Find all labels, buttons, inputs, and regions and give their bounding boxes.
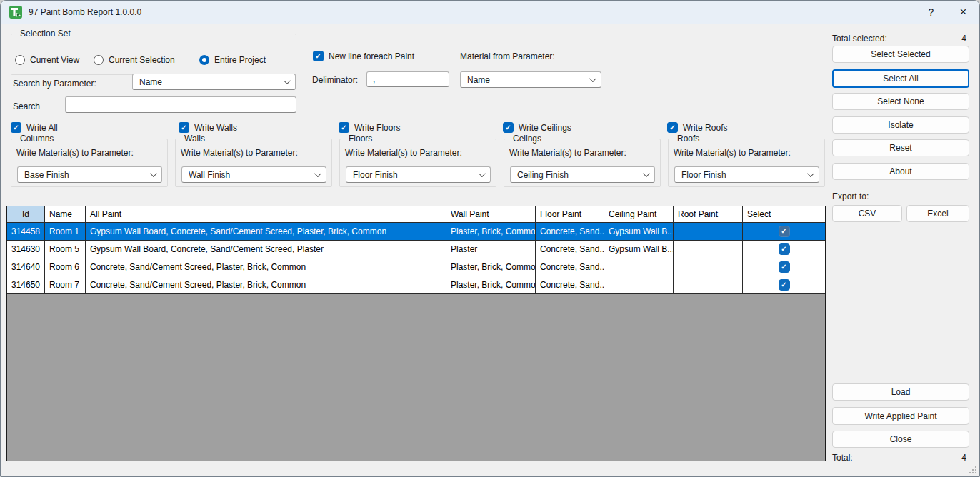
cell-all-paint: Gypsum Wall Board, Concrete, Sand/Cement… <box>86 223 446 240</box>
checkbox-label: Write Ceilings <box>519 123 571 133</box>
cell-ceiling-paint: Gypsum Wall B... <box>604 241 674 258</box>
table-row[interactable]: 314640 Room 6 Concrete, Sand/Cement Scre… <box>7 258 825 276</box>
write-applied-paint-button[interactable]: Write Applied Paint <box>832 407 969 425</box>
write-floors-checkbox[interactable]: Write Floors <box>339 122 400 133</box>
cell-roof-paint <box>674 223 743 240</box>
help-button[interactable]: ? <box>915 1 947 24</box>
selected-value: Floor Finish <box>353 170 398 180</box>
cell-roof-paint <box>674 241 743 258</box>
column-header-all-paint[interactable]: All Paint <box>86 206 446 222</box>
radio-current-view[interactable]: Current View <box>15 55 79 65</box>
selected-value: Base Finish <box>24 170 69 180</box>
walls-parameter-select[interactable]: Wall Finish <box>181 166 326 183</box>
about-button[interactable]: About <box>832 163 969 180</box>
ceilings-group: Celings Write Material(s) to Parameter: … <box>504 139 661 187</box>
deliminator-input[interactable] <box>366 71 449 87</box>
write-roofs-checkbox[interactable]: Write Roofs <box>667 122 727 133</box>
cell-all-paint: Gypsum Wall Board, Concrete, Sand/Cement… <box>86 241 446 258</box>
reset-button[interactable]: Reset <box>832 139 969 156</box>
cell-floor-paint: Concrete, Sand... <box>536 241 604 258</box>
write-ceilings-checkbox[interactable]: Write Ceilings <box>503 122 571 133</box>
paint-bomb-report-window: 97 Paint Bomb Report 1.0.0.0 ? × Selecti… <box>0 0 980 477</box>
group-title: Walls <box>181 134 208 144</box>
radio-current-selection[interactable]: Current Selection <box>94 55 175 65</box>
window-title: 97 Paint Bomb Report 1.0.0.0 <box>29 7 141 17</box>
radio-label: Entire Project <box>214 55 266 65</box>
select-none-button[interactable]: Select None <box>832 93 969 110</box>
newline-foreach-paint-checkbox[interactable]: New line foreach Paint <box>313 51 414 61</box>
columns-group: Columns Write Material(s) to Parameter: … <box>11 139 168 187</box>
cell-floor-paint: Concrete, Sand... <box>536 258 604 276</box>
write-walls-checkbox[interactable]: Write Walls <box>179 122 237 133</box>
group-title: Columns <box>17 134 56 144</box>
write-materials-label: Write Material(s) to Parameter: <box>509 148 626 158</box>
row-select-checkbox[interactable] <box>779 226 790 237</box>
cell-name: Room 6 <box>45 258 86 276</box>
search-parameter-select[interactable]: Name <box>132 74 296 90</box>
roofs-parameter-select[interactable]: Floor Finish <box>674 166 819 183</box>
radio-icon <box>15 55 25 65</box>
checkbox-icon <box>11 122 21 133</box>
checkbox-label: New line foreach Paint <box>329 51 414 61</box>
chevron-down-icon <box>807 170 814 177</box>
columns-parameter-select[interactable]: Base Finish <box>17 166 162 183</box>
export-csv-button[interactable]: CSV <box>832 205 902 222</box>
cell-ceiling-paint: Gypsum Wall B... <box>604 223 674 240</box>
select-selected-button[interactable]: Select Selected <box>832 46 969 63</box>
search-by-parameter-label: Search by Parameter: <box>13 79 96 89</box>
resize-grip[interactable] <box>969 466 976 473</box>
cell-floor-paint: Concrete, Sand... <box>536 223 604 240</box>
chevron-down-icon <box>314 170 321 177</box>
row-select-checkbox[interactable] <box>779 261 790 273</box>
column-header-select[interactable]: Select <box>743 206 825 222</box>
close-button[interactable]: Close <box>832 431 969 448</box>
radio-entire-project[interactable]: Entire Project <box>199 55 266 65</box>
write-all-checkbox[interactable]: Write All <box>11 122 58 133</box>
load-button[interactable]: Load <box>832 383 969 401</box>
column-header-id[interactable]: Id <box>7 206 45 222</box>
table-row[interactable]: 314630 Room 5 Gypsum Wall Board, Concret… <box>7 241 825 258</box>
checkbox-icon <box>313 51 324 61</box>
floors-parameter-select[interactable]: Floor Finish <box>346 166 491 183</box>
title-bar[interactable]: 97 Paint Bomb Report 1.0.0.0 ? × <box>1 1 979 24</box>
checkbox-label: Write Floors <box>354 123 400 133</box>
column-header-name[interactable]: Name <box>45 206 86 222</box>
walls-group: Walls Write Material(s) to Parameter: Wa… <box>175 139 332 187</box>
table-row[interactable]: 314650 Room 7 Concrete, Sand/Cement Scre… <box>7 276 825 294</box>
floors-group: Floors Write Material(s) to Parameter: F… <box>339 139 496 187</box>
row-select-checkbox[interactable] <box>779 243 790 255</box>
close-icon[interactable]: × <box>947 1 979 24</box>
column-header-roof-paint[interactable]: Roof Paint <box>674 206 743 222</box>
export-excel-button[interactable]: Excel <box>906 205 969 222</box>
isolate-button[interactable]: Isolate <box>832 116 969 134</box>
search-input[interactable] <box>65 96 296 113</box>
cell-roof-paint <box>674 276 743 293</box>
material-from-parameter-label: Material from Parameter: <box>460 51 555 61</box>
radio-label: Current Selection <box>109 55 175 65</box>
selected-value: Name <box>139 77 162 87</box>
cell-id: 314650 <box>7 276 45 293</box>
checkbox-label: Write Walls <box>194 123 237 133</box>
cell-wall-paint: Plaster, Brick, Common <box>446 223 536 240</box>
cell-all-paint: Concrete, Sand/Cement Screed, Plaster, B… <box>86 258 446 276</box>
ceilings-parameter-select[interactable]: Ceiling Finish <box>510 166 655 183</box>
search-label: Search <box>13 101 40 111</box>
material-parameter-select[interactable]: Name <box>460 71 601 88</box>
select-all-button[interactable]: Select All <box>832 69 969 88</box>
cell-floor-paint: Concrete, Sand... <box>536 276 604 293</box>
export-to-label: Export to: <box>832 191 869 201</box>
rooms-table: Id Name All Paint Wall Paint Floor Paint… <box>6 206 826 461</box>
checkbox-icon <box>503 122 514 133</box>
column-header-floor-paint[interactable]: Floor Paint <box>536 206 604 222</box>
row-select-checkbox[interactable] <box>779 279 790 291</box>
column-header-ceiling-paint[interactable]: Ceiling Paint <box>604 206 674 222</box>
cell-name: Room 7 <box>45 276 86 293</box>
total-selected-label: Total selected: <box>832 34 887 44</box>
total-selected-row: Total selected: 4 <box>832 34 966 44</box>
checkbox-label: Write All <box>26 123 58 133</box>
column-header-wall-paint[interactable]: Wall Paint <box>446 206 536 222</box>
write-materials-label: Write Material(s) to Parameter: <box>674 148 791 158</box>
table-row[interactable]: 314458 Room 1 Gypsum Wall Board, Concret… <box>7 223 825 241</box>
selected-value: Wall Finish <box>189 170 230 180</box>
cell-wall-paint: Plaster, Brick, Common <box>446 276 536 293</box>
